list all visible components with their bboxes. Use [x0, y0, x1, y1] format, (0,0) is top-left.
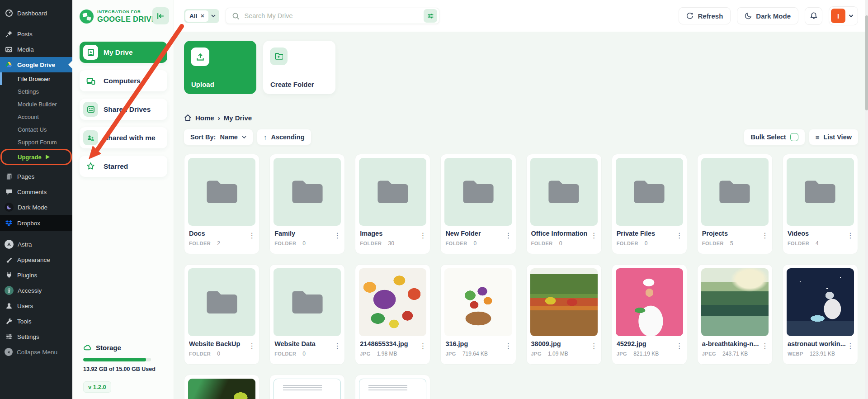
filter-sliders-icon[interactable]	[424, 9, 437, 23]
sidebar-item-label: Plugins	[17, 272, 37, 279]
scrollbar-thumb[interactable]	[865, 15, 868, 110]
sidebar-item-users[interactable]: Users	[0, 298, 72, 314]
file-card[interactable]: astronaut workin... WEBP 123.91 KB ⋮	[783, 264, 858, 365]
chevron-down-icon[interactable]	[211, 14, 216, 18]
sidebar-collapse-button[interactable]	[152, 7, 169, 24]
sidebar-subitem-module-builder[interactable]: Module Builder	[0, 98, 72, 110]
list-view-button[interactable]: ≡ List View	[809, 129, 858, 145]
sidebar-item-dashboard[interactable]: Dashboard	[0, 5, 72, 21]
kebab-menu-button[interactable]: ⋮	[847, 342, 854, 350]
file-card[interactable]: Docs FOLDER 2 ⋮	[184, 154, 259, 254]
kebab-menu-button[interactable]: ⋮	[248, 342, 255, 350]
breadcrumb-separator: ›	[218, 114, 220, 122]
sidebar-item-astra[interactable]: Astra	[0, 237, 72, 252]
refresh-button[interactable]: Refresh	[679, 7, 731, 24]
kebab-menu-button[interactable]: ⋮	[590, 342, 598, 350]
sidebar-subitem-settings[interactable]: Settings	[0, 85, 72, 98]
file-name: Website BackUp	[189, 340, 255, 347]
kebab-menu-button[interactable]: ⋮	[419, 232, 426, 239]
sidebar-item-label: Appearance	[17, 256, 50, 263]
file-card[interactable]: Office Information FOLDER 0 ⋮	[526, 154, 602, 254]
sidebar-subitem-file-browser[interactable]: File Browser	[0, 72, 72, 85]
kebab-menu-button[interactable]: ⋮	[419, 342, 426, 350]
nav-item-shared-with-me[interactable]: Shared with me	[80, 127, 167, 148]
kebab-menu-button[interactable]: ⋮	[761, 342, 769, 350]
sidebar-item-comments[interactable]: Comments	[0, 184, 72, 200]
sidebar-item-media[interactable]: Media	[0, 42, 72, 57]
file-name: 316.jpg	[445, 340, 511, 347]
sidebar-item-label: Tools	[17, 318, 32, 325]
file-meta: 30	[388, 240, 394, 247]
file-card[interactable]: Images FOLDER 30 ⋮	[355, 154, 430, 254]
file-card[interactable]: 2148655334.jpg JPG 1.98 MB ⋮	[355, 264, 430, 365]
file-meta: 1.09 MB	[548, 351, 568, 357]
scrollbar[interactable]	[865, 0, 868, 399]
nav-item-my-drive[interactable]: My Drive	[80, 42, 167, 63]
file-card[interactable]: Website Data FOLDER 0 ⋮	[269, 264, 345, 365]
kebab-menu-button[interactable]: ⋮	[847, 232, 854, 239]
bulk-select-toggle[interactable]: Bulk Select	[744, 129, 804, 145]
kebab-menu-button[interactable]: ⋮	[676, 232, 683, 239]
file-card[interactable]: ⋮	[269, 375, 345, 399]
sidebar-item-plugins[interactable]: Plugins	[0, 267, 72, 283]
sort-order-button[interactable]: ↑ Ascending	[257, 129, 311, 145]
file-card[interactable]: ⋮	[184, 375, 259, 399]
notifications-button[interactable]	[805, 7, 822, 25]
sort-by-dropdown[interactable]: Sort By: Name	[184, 129, 253, 145]
brand-tagline: INTEGRATION FOR	[97, 9, 156, 14]
sidebar-item-dropbox[interactable]: Dropbox	[0, 215, 72, 231]
file-card[interactable]: 316.jpg JPG 719.64 KB ⋮	[440, 264, 516, 365]
kebab-menu-button[interactable]: ⋮	[761, 232, 769, 239]
dark-mode-button[interactable]: Dark Mode	[737, 7, 798, 24]
file-type: JPG	[360, 351, 371, 356]
kebab-menu-button[interactable]: ⋮	[505, 232, 512, 239]
file-card[interactable]: a-breathtaking-n... JPEG 243.71 KB ⋮	[697, 264, 773, 365]
file-card[interactable]: ⋮	[355, 375, 430, 399]
sidebar-item-google-drive[interactable]: Google Drive	[0, 57, 72, 72]
kebab-menu-button[interactable]: ⋮	[334, 232, 341, 239]
home-icon[interactable]	[184, 114, 192, 122]
file-card[interactable]: New Folder FOLDER 0 ⋮	[440, 154, 516, 254]
sidebar-subitem-support-forum[interactable]: Support Forum	[0, 136, 72, 148]
moon-icon	[745, 12, 752, 19]
nav-item-starred[interactable]: Starred	[80, 156, 167, 177]
sidebar-item-label: Media	[17, 46, 34, 53]
sidebar-item-pages[interactable]: Pages	[0, 169, 72, 184]
file-card[interactable]: Videos FOLDER 4 ⋮	[783, 154, 858, 254]
kebab-menu-button[interactable]: ⋮	[676, 342, 683, 350]
search-filter-chip[interactable]: All ✕	[184, 9, 219, 23]
file-meta: 0	[645, 240, 648, 247]
file-card[interactable]: Projects FOLDER 5 ⋮	[697, 154, 773, 254]
clear-filter-icon[interactable]: ✕	[200, 13, 204, 19]
sidebar-item-collapse-menu[interactable]: Collapse Menu	[0, 344, 72, 360]
sidebar-item-settings[interactable]: Settings	[0, 329, 72, 344]
sidebar-subitem-account[interactable]: Account	[0, 110, 72, 123]
sidebar-item-dark-mode[interactable]: Dark Mode	[0, 200, 72, 215]
breadcrumb-home[interactable]: Home	[195, 114, 214, 122]
kebab-menu-button[interactable]: ⋮	[334, 342, 341, 350]
sidebar-item-appearance[interactable]: Appearance	[0, 252, 72, 267]
search-icon	[232, 12, 240, 20]
file-card[interactable]: Family FOLDER 0 ⋮	[269, 154, 345, 254]
sidebar-item-posts[interactable]: Posts	[0, 26, 72, 42]
kebab-menu-button[interactable]: ⋮	[590, 232, 598, 239]
file-card[interactable]: 38009.jpg JPG 1.09 MB ⋮	[526, 264, 602, 365]
nav-item-computers[interactable]: Computers	[80, 70, 167, 91]
sidebar-item-accessiy[interactable]: Accessiy	[0, 283, 72, 298]
account-menu[interactable]: I	[829, 6, 858, 25]
create-folder-button[interactable]: Create Folder	[263, 41, 335, 94]
upload-button[interactable]: Upload	[184, 41, 256, 94]
nav-item-shared-drives[interactable]: Shared Drives	[80, 99, 167, 120]
file-meta: 0	[217, 351, 220, 357]
sidebar-subitem-upgrade[interactable]: Upgrade	[0, 151, 72, 163]
file-card[interactable]: Private Files FOLDER 0 ⋮	[612, 154, 687, 254]
kebab-menu-button[interactable]: ⋮	[248, 232, 255, 239]
sidebar-item-tools[interactable]: Tools	[0, 314, 72, 329]
file-card[interactable]: 45292.jpg JPG 821.19 KB ⋮	[612, 264, 687, 365]
bulk-select-checkbox[interactable]	[790, 133, 798, 141]
arrow-up-icon: ↑	[264, 133, 267, 141]
kebab-menu-button[interactable]: ⋮	[505, 342, 512, 350]
search-input[interactable]	[244, 12, 419, 19]
sidebar-subitem-contact-us[interactable]: Contact Us	[0, 123, 72, 136]
file-card[interactable]: Website BackUp FOLDER 0 ⋮	[184, 264, 259, 365]
